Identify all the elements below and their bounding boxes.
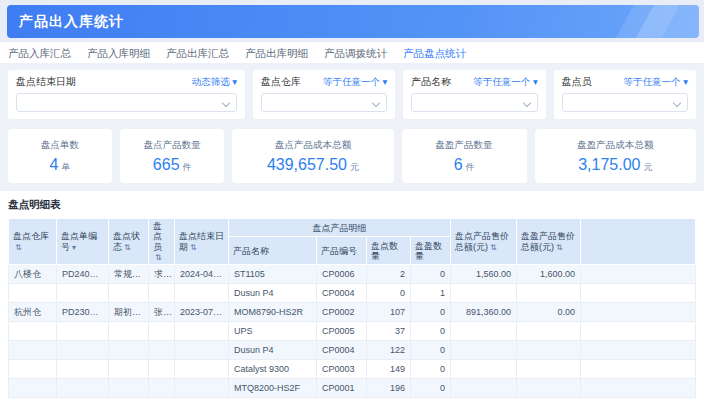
page-title: 产品出入库统计: [19, 13, 124, 31]
col-header[interactable]: 盘点单编号▾: [57, 219, 109, 265]
sub-col-header[interactable]: 盘盈数量: [411, 237, 451, 265]
sub-col-header[interactable]: 产品编号: [317, 237, 367, 265]
cell-operator: [149, 360, 175, 379]
tab-4[interactable]: 产品出库明细: [245, 42, 308, 64]
cell-order-no: [57, 284, 109, 303]
col-header[interactable]: 盘点状态⇅: [109, 219, 149, 265]
sort-icon[interactable]: ⇅: [124, 243, 131, 252]
stat-unit: 元: [350, 162, 359, 172]
filler-header: [581, 219, 696, 265]
cell-surplus-total-price: [517, 360, 581, 379]
filter-card-2: 盘点仓库等于任意一个 ▾: [253, 70, 395, 119]
filter-condition-link[interactable]: 等于任意一个 ▾: [624, 76, 688, 89]
cell-end-date: [175, 341, 229, 360]
cell-total-price: [451, 322, 517, 341]
cell-end-date: [175, 379, 229, 398]
cell-order-no: [57, 360, 109, 379]
filter-condition-link[interactable]: 等于任意一个 ▾: [323, 76, 387, 89]
filter-label: 盘点员: [562, 75, 592, 89]
table-row: UPSCP0005370: [9, 322, 696, 341]
sort-icon[interactable]: ⇅: [155, 253, 162, 262]
stat-value: 4单: [50, 157, 71, 173]
filter-condition-link[interactable]: 等于任意一个 ▾: [473, 76, 537, 89]
table-row: 八楼仓PD240414-01常规盘点求真2024-04-14ST1105CP00…: [9, 265, 696, 284]
cell-surplus-total-price: 0.00: [517, 303, 581, 322]
tab-6[interactable]: 产品盘点统计: [403, 42, 466, 64]
sort-icon[interactable]: ⇅: [15, 243, 22, 252]
cell-surplus-qty: 0: [411, 379, 451, 398]
sub-col-header[interactable]: 产品名称: [229, 237, 317, 265]
filter-card-4: 盘点员等于任意一个 ▾: [554, 70, 696, 119]
col-header[interactable]: 盘点员⇅: [149, 219, 175, 265]
filter-dropdown[interactable]: [562, 93, 688, 112]
header-row-1: 盘点仓库⇅盘点单编号▾盘点状态⇅盘点员⇅盘点结束日期⇅盘点产品明细盘点产品售价总…: [9, 219, 696, 237]
cell-status: [109, 360, 149, 379]
cell-count-qty: 0: [367, 284, 411, 303]
sub-col-header[interactable]: 盘点数量: [367, 237, 411, 265]
col-header[interactable]: 盘点结束日期⇅: [175, 219, 229, 265]
stat-unit: 件: [183, 162, 192, 172]
cell-count-qty: 2: [367, 265, 411, 284]
cell-order-no: [57, 379, 109, 398]
cell-surplus-qty: 0: [411, 341, 451, 360]
tab-2[interactable]: 产品入库明细: [87, 42, 150, 64]
sort-icon[interactable]: ⇅: [490, 243, 497, 252]
cell-surplus-qty: 0: [411, 360, 451, 379]
col-header[interactable]: 盘点仓库⇅: [9, 219, 57, 265]
filter-dropdown[interactable]: [411, 93, 537, 112]
stat-unit: 单: [62, 162, 71, 172]
tab-1[interactable]: 产品入库汇总: [8, 42, 71, 64]
table-body: 八楼仓PD240414-01常规盘点求真2024-04-14ST1105CP00…: [9, 265, 696, 398]
caret-icon[interactable]: ▾: [72, 243, 76, 252]
cell-total-price: [451, 360, 517, 379]
cell-operator: [149, 322, 175, 341]
cell-product-code: CP0004: [317, 341, 367, 360]
cell-product-code: CP0003: [317, 360, 367, 379]
cell-total-price: [451, 379, 517, 398]
filter-dropdown[interactable]: [261, 93, 387, 112]
filter-header: 盘点结束日期动态筛选 ▾: [16, 75, 237, 89]
table-row: Dusun P4CP00041220: [9, 341, 696, 360]
cell-product-name: Catalyst 9300: [229, 360, 317, 379]
stat-card-5: 盘盈产品成本总额3,175.00元: [535, 129, 696, 183]
cell-total-price: 891,360.00: [451, 303, 517, 322]
cell-product-name: Dusun P4: [229, 341, 317, 360]
sort-icon[interactable]: ⇅: [190, 243, 197, 252]
sort-icon[interactable]: ⇅: [556, 243, 563, 252]
summary-cards: 盘点单数4单盘点产品数量665件盘点产品成本总额439,657.50元盘盈产品数…: [0, 125, 704, 191]
filter-header: 产品名称等于任意一个 ▾: [411, 75, 537, 89]
filter-card-3: 产品名称等于任意一个 ▾: [403, 70, 545, 119]
cell-operator: [149, 379, 175, 398]
cell-warehouse: 杭州仓: [9, 303, 57, 322]
cell-surplus-total-price: [517, 322, 581, 341]
cell-product-code: CP0002: [317, 303, 367, 322]
stat-label: 盘点产品成本总额: [275, 139, 351, 152]
tab-3[interactable]: 产品出库汇总: [166, 42, 229, 64]
cell-total-price: 1,560.00: [451, 265, 517, 284]
filter-dropdown[interactable]: [16, 93, 237, 112]
cell-end-date: [175, 284, 229, 303]
col-header[interactable]: 盘盈产品售价总额(元)⇅: [517, 219, 581, 265]
cell-order-no: [57, 341, 109, 360]
col-header[interactable]: 盘点产品售价总额(元)⇅: [451, 219, 517, 265]
stat-card-1: 盘点单数4单: [8, 129, 112, 183]
cell-status: [109, 379, 149, 398]
stat-label: 盘点单数: [41, 139, 79, 152]
filter-condition-link[interactable]: 动态筛选 ▾: [192, 76, 237, 89]
stat-value: 665件: [153, 157, 192, 173]
inventory-table: 盘点仓库⇅盘点单编号▾盘点状态⇅盘点员⇅盘点结束日期⇅盘点产品明细盘点产品售价总…: [8, 218, 696, 398]
table-row: MTQ8200-HS2FCP00011960: [9, 379, 696, 398]
stat-label: 盘点产品数量: [144, 139, 201, 152]
filter-header: 盘点仓库等于任意一个 ▾: [261, 75, 387, 89]
stat-value: 3,175.00元: [578, 157, 652, 173]
cell-operator: 求真: [149, 265, 175, 284]
stat-card-4: 盘盈产品数量6件: [402, 129, 527, 183]
cell-end-date: 2023-07-27: [175, 303, 229, 322]
cell-operator: [149, 284, 175, 303]
stat-value: 439,657.50元: [267, 157, 359, 173]
cell-status: 期初盘点: [109, 303, 149, 322]
cell-count-qty: 149: [367, 360, 411, 379]
cell-filler: [581, 284, 696, 303]
tab-5[interactable]: 产品调拨统计: [324, 42, 387, 64]
filter-bar: 盘点结束日期动态筛选 ▾盘点仓库等于任意一个 ▾产品名称等于任意一个 ▾盘点员等…: [0, 64, 704, 125]
